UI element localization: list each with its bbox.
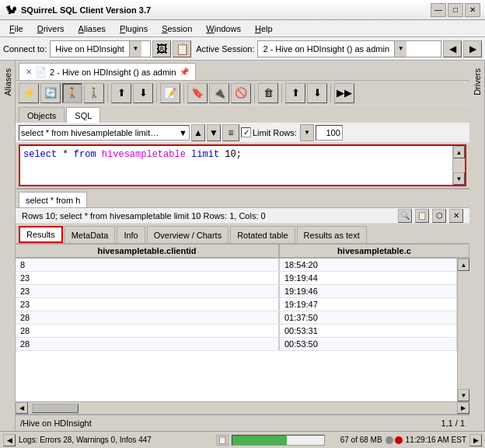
minimize-button[interactable]: — (431, 3, 446, 17)
cell-time-1: 18:54:20 (280, 259, 457, 271)
tab-sql-label: SQL (75, 111, 92, 120)
tab-results[interactable]: Results (19, 226, 63, 243)
title-controls: — □ ✕ (431, 3, 480, 17)
run-all-btn[interactable]: 🔄 (40, 83, 61, 103)
h-scroll-thumb[interactable] (32, 404, 79, 413)
menu-windows[interactable]: Windows (200, 23, 247, 35)
step-btn[interactable]: 🚶‍♂️ (84, 83, 104, 103)
h-scroll-right[interactable]: ▶ (457, 402, 469, 414)
connect-session-btn[interactable]: 🔌 (209, 83, 229, 103)
menu-file[interactable]: File (3, 23, 30, 35)
next-sql-btn[interactable]: ⬇ (133, 83, 153, 103)
tab-info-label: Info (124, 231, 138, 240)
sidebar-drivers: Drivers (469, 61, 485, 431)
limit-input[interactable] (316, 125, 343, 141)
aliases-label[interactable]: Aliases (2, 64, 14, 100)
main-status-bar: /Hive on HDInsight 1,1 / 1 (16, 414, 469, 431)
table-row: 23 19:19:46 (16, 285, 457, 298)
tab-objects[interactable]: Objects (19, 107, 65, 123)
limit-combo[interactable]: ▼ (300, 124, 314, 141)
collapse-btn[interactable]: ⬇ (307, 83, 327, 103)
bookmark-btn[interactable]: 🔖 (187, 83, 208, 103)
col-header-c: hivesampletable.c (280, 245, 469, 257)
session-tab-pin[interactable]: 📌 (180, 68, 189, 76)
connect-combo[interactable]: Hive on HDInsight ▼ (50, 40, 151, 57)
sql-editor[interactable]: select * from hivesampletable limit 10; (20, 146, 465, 185)
disconnect-btn[interactable]: 🚫 (231, 83, 251, 103)
result-status-bar: Rows 10; select * from hivesampletable l… (16, 208, 469, 224)
menu-session[interactable]: Session (155, 23, 198, 35)
maximize-button[interactable]: □ (448, 3, 463, 17)
menu-plugins[interactable]: Plugins (113, 23, 154, 35)
toolbar-btn-1[interactable]: 🖼 (152, 40, 171, 57)
grid-scroll-up[interactable]: ▲ (458, 259, 469, 271)
editor-scroll-down[interactable]: ▼ (453, 172, 465, 185)
query-history-text: select * from hivesampletable limit 10 (21, 128, 161, 137)
editor-scroll-up[interactable]: ▲ (453, 146, 465, 158)
grid-body: 8 18:54:20 23 19:19:44 23 19:19:46 (16, 259, 469, 401)
sql-editor-container: select * from hivesampletable limit 10; … (19, 144, 466, 186)
limit-checkbox[interactable]: ✓ (241, 127, 251, 137)
toolbar-forward-btn[interactable]: ▶ (463, 40, 482, 57)
content-area: Aliases ✕ 📄 2 - Hive on HDInsight () as … (0, 61, 485, 431)
close-tab-btn[interactable]: ✕ (26, 68, 32, 76)
session-combo[interactable]: 2 - Hive on HDInsight () as admin ▼ (257, 40, 441, 57)
scroll-right-btn[interactable]: ▶ (469, 434, 482, 446)
drivers-label[interactable]: Drivers (471, 64, 483, 100)
result-export-btn[interactable]: ⬡ (432, 209, 446, 223)
next-query-btn[interactable]: ▼ (207, 124, 221, 141)
menu-drivers[interactable]: Drivers (31, 23, 71, 35)
tab-overview-charts[interactable]: Overview / Charts (147, 226, 229, 243)
tab-rotated-table[interactable]: Rotated table (230, 226, 295, 243)
menu-help[interactable]: Help (249, 23, 279, 35)
scroll-left-btn[interactable]: ◀ (3, 434, 16, 446)
result-action-icons: 🔍 📋 ⬡ ✕ (398, 209, 463, 223)
toolbar-btn-2[interactable]: 📋 (173, 40, 191, 57)
sql-keyword-from: from (74, 149, 96, 160)
tab-results-as-text[interactable]: Results as text (297, 226, 367, 243)
limit-combo-arrow[interactable]: ▼ (301, 125, 313, 141)
results-section: select * from h Rows 10; select * from h… (16, 188, 469, 414)
title-bar: 🐿 SQuirreL SQL Client Version 3.7 — □ ✕ (0, 0, 485, 20)
query-tab-strip: select * from h (16, 189, 469, 208)
title-bar-left: 🐿 SQuirreL SQL Client Version 3.7 (5, 4, 151, 16)
h-scroll-left[interactable]: ◀ (16, 402, 28, 414)
menu-aliases[interactable]: Aliases (72, 23, 112, 35)
connect-dropdown-arrow[interactable]: ▼ (129, 41, 141, 57)
h-scroll-track[interactable] (28, 402, 457, 414)
query-result-tab[interactable]: select * from h (19, 192, 87, 207)
table-row: 28 01:37:50 (16, 311, 457, 325)
toolbar-back-btn[interactable]: ◀ (443, 40, 462, 57)
format-query-btn[interactable]: ≡ (222, 124, 239, 141)
clear-btn[interactable]: 🗑 (258, 83, 278, 103)
tab-info[interactable]: Info (117, 226, 145, 243)
tab-metadata-label: MetaData (72, 231, 109, 240)
result-close-btn[interactable]: ✕ (449, 209, 463, 223)
more-btn[interactable]: ▶▶ (334, 83, 354, 103)
query-history-combo[interactable]: select * from hivesampletable limit 10 ▼ (19, 125, 190, 141)
grid-scroll-down[interactable]: ▼ (458, 389, 469, 401)
connect-label: Connect to: (3, 44, 47, 54)
run-sql-btn[interactable]: ⚡ (19, 83, 39, 103)
table-row: 23 19:19:44 (16, 272, 457, 285)
session-dropdown-arrow[interactable]: ▼ (394, 41, 406, 57)
session-tab[interactable]: ✕ 📄 2 - Hive on HDInsight () as admin 📌 (19, 63, 196, 80)
tab-sql[interactable]: SQL (66, 107, 100, 123)
tab-metadata[interactable]: MetaData (65, 226, 116, 243)
query-combo-arrow[interactable]: ▼ (179, 128, 187, 137)
dot-indicator-2 (395, 436, 403, 444)
menu-bar: File Drivers Aliases Plugins Session Win… (0, 20, 485, 37)
format-btn[interactable]: 📝 (160, 83, 180, 103)
grid-h-scrollbar[interactable]: ◀ ▶ (16, 401, 469, 414)
close-button[interactable]: ✕ (465, 3, 480, 17)
prev-query-btn[interactable]: ▲ (191, 124, 205, 141)
sql-keyword-select: select (23, 149, 57, 160)
cell-clientid-4: 23 (16, 298, 280, 311)
expand-btn[interactable]: ⬆ (285, 83, 305, 103)
prev-sql-btn[interactable]: ⬆ (111, 83, 131, 103)
editor-scrollbar[interactable]: ▲ ▼ (452, 146, 465, 185)
result-copy-btn[interactable]: 📋 (415, 209, 429, 223)
stop-btn[interactable]: 🚶 (62, 83, 82, 103)
grid-v-scrollbar[interactable]: ▲ ▼ (457, 259, 469, 401)
result-search-btn[interactable]: 🔍 (398, 209, 412, 223)
